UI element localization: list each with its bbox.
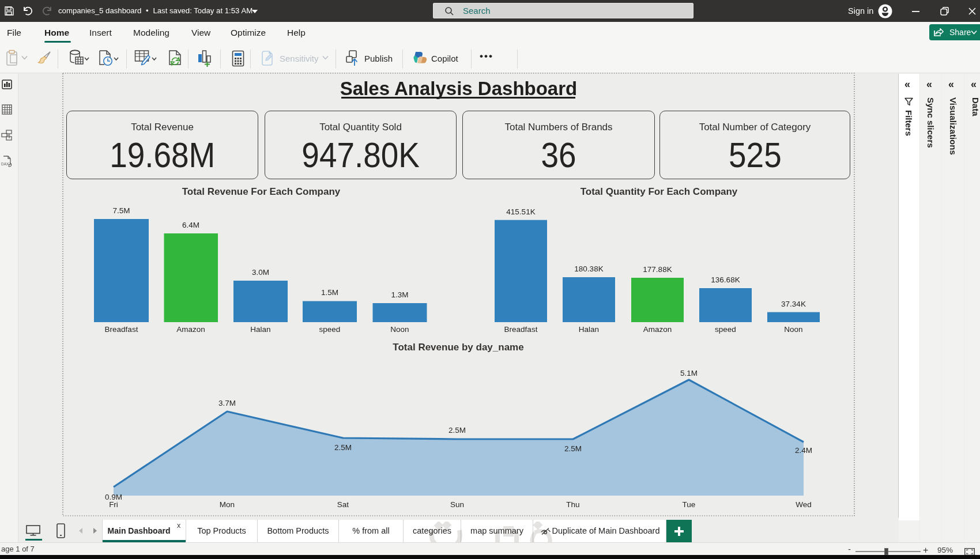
svg-text:3.7M: 3.7M <box>218 399 236 407</box>
svg-text:177.88K: 177.88K <box>643 265 672 274</box>
svg-text:37.34K: 37.34K <box>781 300 806 308</box>
svg-text:Halan: Halan <box>250 325 270 334</box>
svg-text:2.5M: 2.5M <box>334 443 352 452</box>
svg-text:Noon: Noon <box>390 325 409 334</box>
svg-text:speed: speed <box>715 325 736 334</box>
svg-text:2.5M: 2.5M <box>448 426 466 435</box>
svg-text:Thu: Thu <box>566 500 579 509</box>
svg-text:Amazon: Amazon <box>643 325 672 334</box>
svg-text:415.51K: 415.51K <box>506 207 535 216</box>
svg-text:2.5M: 2.5M <box>564 444 582 453</box>
svg-text:Noon: Noon <box>784 325 802 334</box>
svg-text:Tue: Tue <box>683 500 696 509</box>
svg-text:Breadfast: Breadfast <box>504 325 538 334</box>
svg-text:speed: speed <box>319 325 341 334</box>
svg-text:3.0M: 3.0M <box>252 268 269 277</box>
svg-text:136.68K: 136.68K <box>711 275 740 284</box>
svg-text:5.1M: 5.1M <box>680 369 698 377</box>
svg-text:1.5M: 1.5M <box>321 288 338 297</box>
svg-text:180.38K: 180.38K <box>574 265 603 273</box>
svg-text:Total Quantity For Each Compan: Total Quantity For Each Company <box>581 186 738 197</box>
svg-text:Breadfast: Breadfast <box>105 325 138 334</box>
svg-text:6.4M: 6.4M <box>182 221 199 229</box>
svg-text:Sun: Sun <box>450 500 464 509</box>
svg-text:Sat: Sat <box>337 500 349 509</box>
svg-text:Total Revenue For Each Company: Total Revenue For Each Company <box>182 186 341 197</box>
svg-text:Fri: Fri <box>109 500 118 509</box>
svg-text:Amazon: Amazon <box>176 325 205 334</box>
svg-text:Mon: Mon <box>220 500 235 509</box>
svg-text:DAX: DAX <box>1 162 9 166</box>
svg-text:2.4M: 2.4M <box>795 446 812 455</box>
svg-text:Total Revenue by day_name: Total Revenue by day_name <box>393 342 523 353</box>
svg-text:Wed: Wed <box>796 500 812 509</box>
svg-text:7.5M: 7.5M <box>112 206 130 215</box>
svg-text:1.3M: 1.3M <box>391 290 408 299</box>
svg-text:Halan: Halan <box>579 325 599 334</box>
